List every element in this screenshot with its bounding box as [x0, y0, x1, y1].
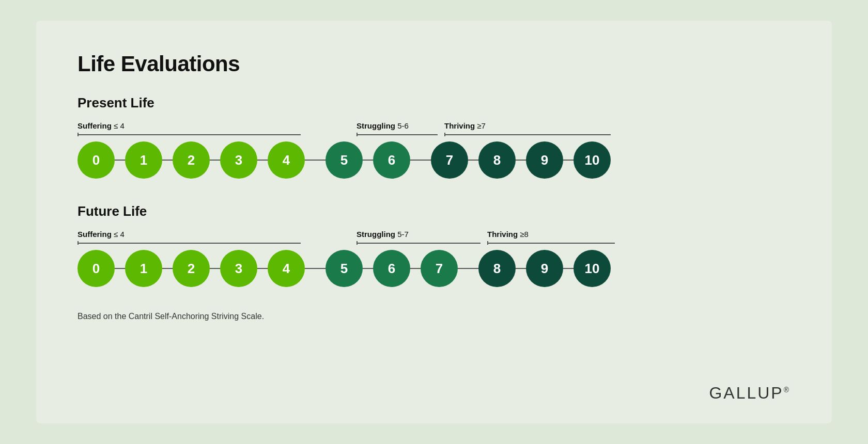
main-card: Life Evaluations Present Life Suffering … — [36, 21, 832, 423]
future-circles-row: 0 1 2 3 4 5 6 7 8 9 10 — [78, 250, 791, 287]
connector — [363, 160, 373, 161]
circle-5-future: 5 — [326, 250, 363, 287]
connector — [563, 268, 574, 269]
future-life-title: Future Life — [78, 203, 791, 219]
group-connector — [458, 268, 478, 269]
connector — [115, 268, 125, 269]
suffering-label-future: Suffering ≤ 4 — [78, 230, 331, 245]
circle-2-future: 2 — [173, 250, 210, 287]
present-life-title: Present Life — [78, 95, 791, 111]
circle-5-present: 5 — [326, 141, 363, 179]
circle-0-present: 0 — [78, 141, 115, 179]
connector — [516, 268, 526, 269]
circle-0-future: 0 — [78, 250, 115, 287]
circle-6-present: 6 — [373, 141, 410, 179]
circle-9-future: 9 — [526, 250, 563, 287]
circle-7-present: 7 — [431, 141, 468, 179]
connector — [410, 268, 421, 269]
connector — [468, 160, 478, 161]
page-title: Life Evaluations — [78, 52, 791, 76]
circle-10-future: 10 — [574, 250, 611, 287]
thriving-label-future: Thriving ≥8 — [487, 230, 622, 245]
connector — [210, 160, 220, 161]
connector — [257, 268, 268, 269]
circle-4-future: 4 — [268, 250, 305, 287]
circle-9-present: 9 — [526, 141, 563, 179]
circle-4-present: 4 — [268, 141, 305, 179]
present-life-section: Present Life Suffering ≤ 4 Struggling — [78, 95, 791, 179]
circle-6-future: 6 — [373, 250, 410, 287]
circle-1-future: 1 — [125, 250, 162, 287]
struggling-label-future: Struggling 5-7 — [357, 230, 487, 245]
group-connector — [305, 268, 326, 269]
connector — [363, 268, 373, 269]
connector — [115, 160, 125, 161]
suffering-label-present: Suffering ≤ 4 — [78, 121, 331, 136]
connector — [162, 268, 173, 269]
circle-2-present: 2 — [173, 141, 210, 179]
circle-3-present: 3 — [220, 141, 257, 179]
footnote: Based on the Cantril Self-Anchoring Stri… — [78, 312, 791, 321]
group-connector — [410, 160, 431, 161]
struggling-label-present: Struggling 5-6 — [357, 121, 444, 136]
group-connector — [305, 160, 326, 161]
connector — [162, 160, 173, 161]
present-circles-row: 0 1 2 3 4 5 6 7 8 9 10 — [78, 141, 791, 179]
circle-10-present: 10 — [574, 141, 611, 179]
circle-8-present: 8 — [478, 141, 516, 179]
circle-7-future: 7 — [421, 250, 458, 287]
circle-1-present: 1 — [125, 141, 162, 179]
connector — [516, 160, 526, 161]
connector — [563, 160, 574, 161]
future-life-section: Future Life Suffering ≤ 4 Struggling — [78, 203, 791, 287]
thriving-label-present: Thriving ≥7 — [444, 121, 620, 136]
circle-8-future: 8 — [478, 250, 516, 287]
connector — [257, 160, 268, 161]
circle-3-future: 3 — [220, 250, 257, 287]
gallup-logo: GALLUP® — [709, 384, 791, 403]
connector — [210, 268, 220, 269]
